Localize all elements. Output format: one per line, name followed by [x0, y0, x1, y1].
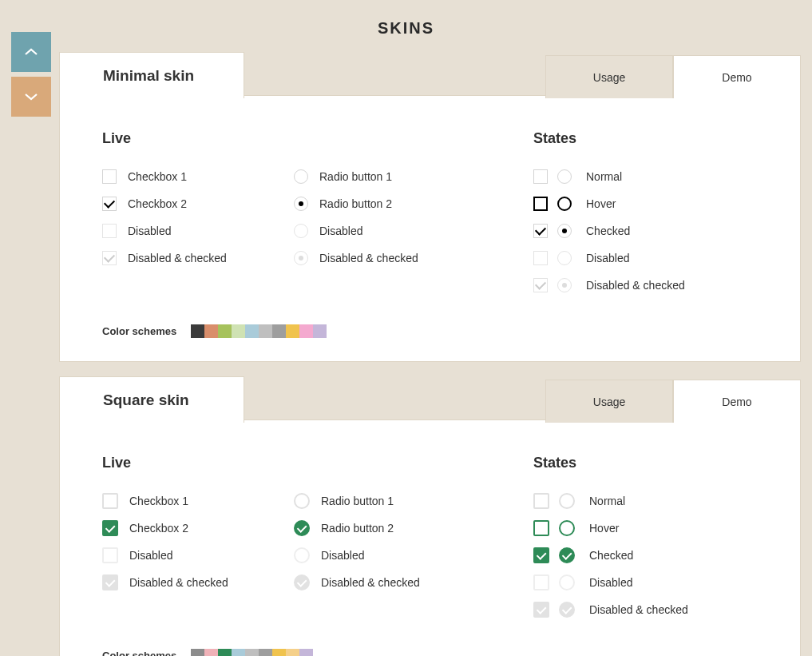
checkbox-2[interactable]: [102, 520, 118, 536]
radio-1[interactable]: [294, 169, 308, 184]
color-swatch[interactable]: [245, 324, 259, 338]
state-radio-disabled: [559, 574, 575, 590]
state-label-hover: Hover: [589, 522, 619, 535]
checkbox-1[interactable]: [102, 169, 117, 184]
tab-usage[interactable]: Usage: [545, 380, 673, 423]
checkbox-2[interactable]: [102, 197, 117, 211]
nav-up-button[interactable]: [11, 32, 51, 72]
state-checkbox-hover: [533, 520, 549, 536]
state-label-normal: Normal: [586, 170, 622, 183]
checkbox-disabled-checked-label: Disabled & checked: [128, 252, 227, 264]
color-swatch[interactable]: [286, 649, 299, 656]
radio-disabled-label: Disabled: [321, 549, 364, 562]
state-checkbox-dchecked: [533, 602, 549, 618]
checkbox-2-label: Checkbox 2: [128, 197, 187, 210]
checkbox-disabled-label: Disabled: [129, 549, 172, 562]
chevron-down-icon: [24, 92, 38, 101]
tab-demo[interactable]: Demo: [673, 380, 801, 423]
state-radio-normal: [557, 169, 572, 184]
checkbox-disabled-checked: [102, 574, 118, 590]
state-checkbox-checked: [533, 547, 549, 563]
color-swatch[interactable]: [299, 324, 313, 338]
color-swatch[interactable]: [259, 324, 272, 338]
color-swatch[interactable]: [191, 649, 204, 656]
state-label-checked: Checked: [589, 549, 633, 562]
radio-disabled-checked: [294, 251, 308, 265]
state-checkbox-disabled: [533, 251, 548, 265]
state-radio-normal: [559, 493, 575, 509]
state-radio-dchecked: [559, 602, 575, 618]
checkbox-disabled: [102, 547, 118, 563]
color-swatch[interactable]: [204, 649, 218, 656]
chevron-up-icon: [24, 47, 38, 57]
state-checkbox-hover: [533, 197, 548, 211]
color-swatch[interactable]: [191, 324, 204, 338]
state-radio-checked: [557, 224, 572, 238]
color-swatch[interactable]: [313, 324, 327, 338]
color-swatch[interactable]: [218, 649, 232, 656]
checkbox-disabled: [102, 224, 117, 238]
radio-disabled-checked-label: Disabled & checked: [321, 576, 420, 589]
tab-demo[interactable]: Demo: [673, 55, 801, 98]
radio-disabled-checked-label: Disabled & checked: [319, 252, 418, 264]
radio-disabled-checked: [294, 574, 310, 590]
color-swatch[interactable]: [218, 324, 232, 338]
checkbox-disabled-label: Disabled: [128, 225, 171, 237]
state-label-dchecked: Disabled & checked: [589, 603, 688, 616]
checkbox-1-label: Checkbox 1: [129, 495, 188, 507]
checkbox-1[interactable]: [102, 493, 118, 509]
radio-2[interactable]: [294, 197, 308, 211]
state-label-normal: Normal: [589, 495, 625, 507]
color-swatch[interactable]: [232, 649, 245, 656]
states-heading: States: [533, 130, 758, 147]
states-heading: States: [533, 455, 758, 471]
nav-down-button[interactable]: [11, 77, 51, 117]
radio-2-label: Radio button 2: [321, 522, 394, 535]
color-schemes-label: Color schemes: [102, 325, 176, 337]
color-swatch[interactable]: [299, 649, 313, 656]
color-swatch[interactable]: [286, 324, 299, 338]
state-checkbox-normal: [533, 493, 549, 509]
checkbox-1-label: Checkbox 1: [128, 170, 187, 183]
state-radio-hover: [559, 520, 575, 536]
checkbox-disabled-checked-label: Disabled & checked: [129, 576, 228, 589]
radio-disabled: [294, 224, 308, 238]
color-swatch[interactable]: [204, 324, 218, 338]
live-heading: Live: [102, 130, 294, 147]
color-swatch[interactable]: [259, 649, 272, 656]
color-swatch[interactable]: [232, 324, 245, 338]
skin-title-square: Square skin: [59, 376, 244, 423]
color-swatch[interactable]: [272, 649, 286, 656]
checkbox-2-label: Checkbox 2: [129, 522, 188, 535]
state-radio-disabled: [557, 251, 572, 265]
page-title: SKINS: [0, 0, 812, 38]
radio-1-label: Radio button 1: [319, 170, 392, 183]
radio-disabled: [294, 547, 310, 563]
checkbox-disabled-checked: [102, 251, 117, 265]
skin-title-minimal: Minimal skin: [59, 52, 244, 98]
radio-2[interactable]: [294, 520, 310, 536]
state-label-disabled: Disabled: [589, 576, 632, 589]
radio-2-label: Radio button 2: [319, 197, 392, 210]
state-radio-hover: [557, 197, 572, 211]
state-checkbox-checked: [533, 224, 548, 238]
color-swatch[interactable]: [272, 324, 286, 338]
state-checkbox-normal: [533, 169, 548, 184]
state-label-hover: Hover: [586, 197, 616, 210]
state-radio-checked: [559, 547, 575, 563]
state-checkbox-dchecked: [533, 278, 548, 292]
state-radio-dchecked: [557, 278, 572, 292]
tab-usage[interactable]: Usage: [545, 55, 673, 98]
radio-1[interactable]: [294, 493, 310, 509]
state-label-dchecked: Disabled & checked: [586, 279, 685, 292]
state-checkbox-disabled: [533, 574, 549, 590]
radio-disabled-label: Disabled: [319, 225, 362, 237]
live-heading: Live: [102, 455, 294, 471]
color-schemes-label: Color schemes: [102, 650, 176, 656]
radio-1-label: Radio button 1: [321, 495, 394, 507]
state-label-checked: Checked: [586, 225, 630, 237]
color-swatch[interactable]: [245, 649, 259, 656]
state-label-disabled: Disabled: [586, 252, 629, 264]
